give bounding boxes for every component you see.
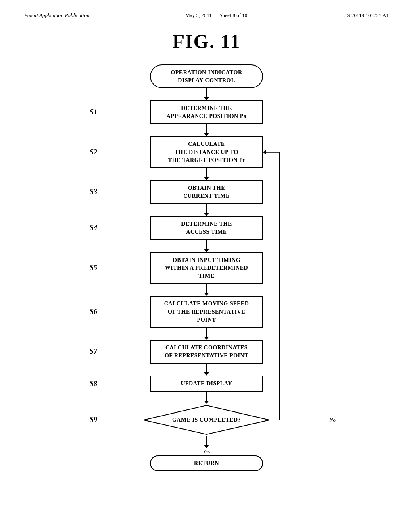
end-node: RETURN	[150, 455, 263, 472]
box-s7: CALCULATE COORDINATESOF REPRESENTATIVE P…	[150, 340, 263, 364]
date-label: May 5, 2011	[185, 12, 212, 18]
step-s9-row: S9 GAME IS COMPLETED? No	[65, 404, 348, 436]
box-s8: UPDATE DISPLAY	[150, 376, 263, 392]
box-s1: DETERMINE THEAPPEARANCE POSITION Pa	[150, 100, 263, 124]
end-node-row: RETURN	[65, 455, 348, 472]
step-s2-row: S2 CALCULATETHE DISTANCE UP TOTHE TARGET…	[65, 136, 348, 168]
arrow-0	[65, 88, 348, 100]
header: Patent Application Publication May 5, 20…	[24, 12, 389, 22]
sheet-label: Sheet 8 of 10	[219, 12, 247, 18]
step-s6-row: S6 CALCULATE MOVING SPEEDOF THE REPRESEN…	[65, 296, 348, 328]
box-s5: OBTAIN INPUT TIMINGWITHIN A PREDETERMINE…	[150, 252, 263, 284]
yes-label: Yes	[65, 448, 348, 455]
label-s8: S8	[90, 380, 97, 388]
box-s9: GAME IS COMPLETED?	[142, 404, 271, 436]
no-label: No	[330, 417, 336, 423]
arrow-8	[65, 392, 348, 404]
step-s3-row: S3 OBTAIN THECURRENT TIME	[65, 180, 348, 204]
arrow-6	[65, 328, 348, 340]
label-s1: S1	[90, 108, 97, 116]
arrow-5	[65, 284, 348, 296]
arrow-7	[65, 364, 348, 376]
s9-text: GAME IS COMPLETED?	[172, 417, 241, 423]
page: Patent Application Publication May 5, 20…	[0, 0, 413, 532]
label-s3: S3	[90, 188, 97, 196]
label-s7: S7	[90, 347, 97, 356]
box-s6: CALCULATE MOVING SPEEDOF THE REPRESENTAT…	[150, 296, 263, 328]
arrow-9	[65, 436, 348, 448]
step-s8-row: S8 UPDATE DISPLAY	[65, 376, 348, 392]
arrow-3	[65, 204, 348, 216]
step-s7-row: S7 CALCULATE COORDINATESOF REPRESENTATIV…	[65, 340, 348, 364]
patent-number-label: US 2011/0105227 A1	[343, 12, 389, 19]
box-s3: OBTAIN THECURRENT TIME	[150, 180, 263, 204]
label-s9: S9	[90, 416, 97, 424]
box-s2: CALCULATETHE DISTANCE UP TOTHE TARGET PO…	[150, 136, 263, 168]
figure-title: FIG. 11	[24, 30, 389, 52]
label-s5: S5	[90, 264, 97, 272]
step-s1-row: S1 DETERMINE THEAPPEARANCE POSITION Pa	[65, 100, 348, 124]
date-sheet-label: May 5, 2011 Sheet 8 of 10	[185, 12, 247, 19]
label-s4: S4	[90, 224, 97, 232]
label-s2: S2	[90, 148, 97, 156]
publication-label: Patent Application Publication	[24, 12, 90, 19]
label-s6: S6	[90, 308, 97, 316]
start-node: OPERATION INDICATORDISPLAY CONTROL	[150, 64, 263, 88]
arrow-4	[65, 240, 348, 252]
arrow-2	[65, 168, 348, 180]
step-s4-row: S4 DETERMINE THEACCESS TIME	[65, 216, 348, 240]
box-s4: DETERMINE THEACCESS TIME	[150, 216, 263, 240]
arrow-1	[65, 124, 348, 136]
step-s5-row: S5 OBTAIN INPUT TIMINGWITHIN A PREDETERM…	[65, 252, 348, 284]
start-node-row: OPERATION INDICATORDISPLAY CONTROL	[65, 64, 348, 88]
